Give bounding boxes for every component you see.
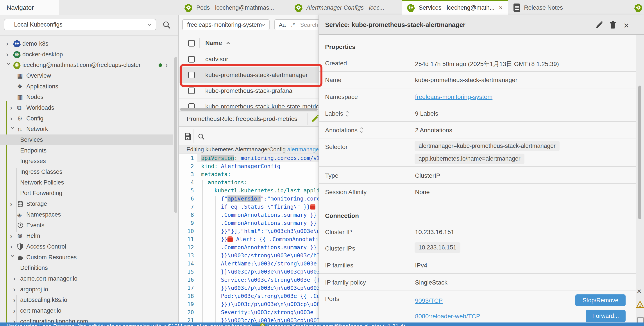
- row-checkbox[interactable]: [188, 88, 195, 94]
- kubernetes-icon: ☸: [13, 51, 20, 58]
- port-link[interactable]: 9093/TCP: [415, 297, 443, 304]
- sidebar-item-applications[interactable]: ❖ Applications: [0, 81, 173, 92]
- sidebar-item-events[interactable]: Events: [0, 220, 173, 231]
- annotations-value: 2 Annotations: [415, 127, 452, 134]
- drawer-scrollbar-thumb[interactable]: [638, 86, 641, 220]
- chevron-right-icon[interactable]: ›: [13, 297, 20, 304]
- helm-wheel-icon: ☸: [17, 232, 22, 240]
- sidebar-item-freeleaps-cluster[interactable]: › ☸ icecheng@mathmast.com@freeleaps-clus…: [0, 60, 173, 70]
- sidebar-item-helm[interactable]: › ☸ Helm: [0, 230, 173, 241]
- notification-close-icon[interactable]: ✕: [636, 288, 642, 295]
- kubeconfig-select[interactable]: Local Kubeconfigs: [4, 19, 156, 30]
- regex-icon[interactable]: .*: [291, 22, 295, 28]
- expand-collapse-icon[interactable]: [346, 111, 348, 116]
- cluster-ip-label: Cluster IP: [325, 228, 352, 236]
- close-tab-icon[interactable]: ×: [499, 4, 502, 11]
- name-column-header[interactable]: Name: [205, 40, 230, 46]
- type-value: ClusterIP: [415, 172, 440, 179]
- divider: [193, 130, 194, 142]
- sidebar-item-nodes[interactable]: ▥ Nodes: [0, 92, 173, 102]
- alertmanager-config-link[interactable]: alertmanager: [287, 146, 321, 153]
- type-label: Type: [325, 172, 338, 179]
- namespace-select[interactable]: freeleaps-monitoring-system: [182, 19, 270, 30]
- annotations-label[interactable]: Annotations: [325, 127, 362, 134]
- port-link[interactable]: 8080:reloader-web/TCP: [415, 313, 480, 320]
- sidebar-item-access-control[interactable]: › Access Control: [0, 241, 173, 252]
- sidebar-item-docker-desktop[interactable]: › ☸ docker-desktop: [0, 49, 173, 60]
- chevron-right-icon[interactable]: ›: [10, 233, 17, 239]
- sidebar-item-cert-manager-io[interactable]: › cert-manager.io: [0, 306, 173, 316]
- session-affinity-label: Session Affinity: [325, 189, 366, 196]
- tab-services[interactable]: ☸ Services - icecheng@math... ×: [402, 0, 508, 15]
- siren-emoji: [228, 236, 233, 242]
- cluster-ip-value: 10.233.16.151: [415, 228, 454, 236]
- chevron-down-icon[interactable]: ›: [10, 127, 16, 134]
- tab-pods[interactable]: ☸ Pods - icecheng@mathmas...: [179, 0, 289, 15]
- labels-label[interactable]: Labels: [325, 110, 348, 117]
- chevron-down-icon[interactable]: ›: [6, 63, 12, 70]
- chevron-right-icon[interactable]: ›: [6, 51, 13, 58]
- sidebar-item-endpoints[interactable]: Endpoints: [0, 145, 173, 156]
- kubernetes-icon: ☸: [13, 62, 20, 69]
- delete-trash-icon[interactable]: [609, 21, 617, 29]
- sidebar-item-network[interactable]: › ↑↓ Network: [0, 124, 173, 135]
- sidebar-item-custom-resources[interactable]: › Custom Resources: [0, 252, 173, 263]
- expand-collapse-icon[interactable]: [360, 128, 362, 133]
- sidebar-item-demo-k8s[interactable]: › ☸ demo-k8s: [0, 38, 173, 49]
- sidebar-item-argoproj-io[interactable]: › argoproj.io: [0, 284, 173, 295]
- namespace-link[interactable]: freeleaps-monitoring-system: [415, 94, 492, 100]
- kubernetes-icon: ☸: [184, 4, 192, 12]
- tab-alertmanager-configs[interactable]: ☸ Alertmanager Configs - icec...: [289, 0, 402, 15]
- sidebar-item-workloads[interactable]: › ⧉ Workloads: [0, 102, 173, 113]
- sidebar-item-ingresses[interactable]: Ingresses: [0, 156, 173, 167]
- tab-overflow[interactable]: ☸: [629, 0, 644, 15]
- sidebar-scrollbar[interactable]: [174, 57, 177, 213]
- sidebar-item-network-policies[interactable]: Network Policies: [0, 177, 173, 188]
- row-checkbox[interactable]: [188, 56, 195, 62]
- sidebar-item-configuration-konghq-com[interactable]: › configuration.konghq.com: [0, 316, 173, 322]
- sidebar-item-ingress-classes[interactable]: Ingress Classes: [0, 166, 173, 177]
- service-details-drawer: Service: kube-prometheus-stack-alertmana…: [318, 15, 644, 322]
- chevron-down-icon[interactable]: ›: [10, 255, 16, 262]
- sidebar-item-acme-cert-manager-io[interactable]: › acme.cert-manager.io: [0, 273, 173, 284]
- select-all-checkbox[interactable]: [188, 40, 195, 46]
- chevron-right-icon[interactable]: ›: [13, 275, 20, 282]
- ip-families-label: IP families: [325, 262, 353, 269]
- sidebar-item-port-forwarding[interactable]: Port Forwarding: [0, 188, 173, 199]
- sidebar-item-storage[interactable]: › Storage: [0, 198, 173, 209]
- match-case-icon[interactable]: Aa: [279, 22, 286, 28]
- sidebar-item-namespaces[interactable]: ◈ Namespaces: [0, 209, 173, 220]
- warning-icon[interactable]: [636, 300, 644, 308]
- created-value: 254d 17h 50m ago (2025年1月13日 GMT+8 1:25:…: [415, 60, 559, 68]
- sidebar-item-autoscaling-k8s-io[interactable]: › autoscaling.k8s.io: [0, 295, 173, 306]
- chevron-right-icon[interactable]: ›: [13, 308, 20, 314]
- navigator-panel-tab[interactable]: Navigator: [0, 0, 59, 15]
- chevron-right-icon[interactable]: ›: [166, 62, 168, 69]
- chevron-right-icon[interactable]: ›: [10, 201, 17, 207]
- edit-pencil-icon[interactable]: [595, 21, 603, 29]
- search-icon[interactable]: [162, 20, 171, 30]
- tab-bar: Navigator ☸ Pods - icecheng@mathmas... ☸…: [0, 0, 644, 15]
- forward-button[interactable]: Forward...: [586, 310, 626, 322]
- sidebar-item-overview[interactable]: ▦ Overview: [0, 70, 173, 81]
- row-checkbox[interactable]: [188, 103, 195, 108]
- chevron-right-icon[interactable]: ›: [13, 286, 20, 293]
- save-icon[interactable]: [184, 132, 192, 140]
- horizontal-scrollbar-thumb[interactable]: [180, 108, 318, 110]
- chevron-right-icon[interactable]: ›: [6, 40, 13, 47]
- close-drawer-icon[interactable]: ✕: [624, 22, 629, 30]
- sidebar-item-config[interactable]: › ⚙ Config: [0, 113, 173, 124]
- sidebar-item-definitions[interactable]: Definitions: [0, 262, 173, 273]
- chevron-right-icon[interactable]: ›: [13, 318, 20, 322]
- editor-search-icon[interactable]: [198, 133, 205, 140]
- chevron-right-icon[interactable]: ›: [10, 243, 17, 250]
- connected-status-dot: [158, 64, 162, 67]
- edit-pencil-icon[interactable]: [311, 114, 319, 123]
- active-cluster-status: icecheng@mathmast.com@freeleaps-cluster …: [267, 323, 405, 326]
- sidebar-item-services[interactable]: Services: [0, 134, 173, 145]
- tab-release-notes[interactable]: Release Notes: [508, 0, 618, 15]
- chevron-right-icon[interactable]: ›: [10, 115, 17, 122]
- stop-remove-button[interactable]: Stop/Remove: [575, 294, 626, 306]
- chevron-right-icon[interactable]: ›: [10, 104, 17, 111]
- license-notice: You're using Lens Personal (for individu…: [6, 323, 252, 326]
